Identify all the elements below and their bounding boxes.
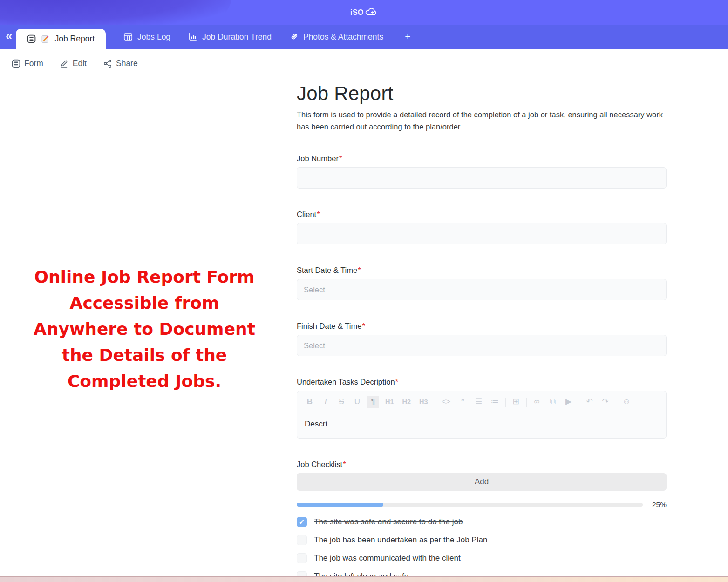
client-input[interactable]	[297, 223, 667, 244]
doc-pencil-icon	[41, 34, 50, 44]
annotation-line: the Details of the	[26, 342, 263, 368]
undo-button[interactable]: ↶	[584, 396, 596, 408]
checklist-progress: 25%	[297, 501, 667, 509]
checklist-item-label: The site left clean and safe	[314, 572, 408, 576]
client-label: Client*	[297, 210, 667, 219]
tab-label: Job Duration Trend	[202, 32, 272, 42]
share-button-label: Share	[116, 59, 138, 68]
italic-button[interactable]: I	[320, 396, 332, 408]
job-number-label: Job Number*	[297, 154, 667, 163]
checkbox-unchecked[interactable]	[297, 571, 307, 576]
video-button[interactable]: ▶	[563, 396, 575, 408]
checklist-item-label: The site was safe and secure to do the j…	[314, 517, 463, 527]
required-marker: *	[339, 154, 342, 162]
annotation-line: Accessible from	[26, 290, 263, 316]
table-button[interactable]: ⊞	[510, 396, 522, 408]
required-marker: *	[317, 210, 320, 218]
paragraph-button[interactable]: ¶	[367, 396, 379, 408]
form-button-label: Form	[24, 59, 43, 68]
checklist-item-label: The job was communicated with the client	[314, 554, 461, 563]
add-tab-button[interactable]: +	[405, 31, 410, 42]
form-view-icon	[27, 34, 36, 43]
tasks-description-editor[interactable]: Descri	[297, 413, 666, 438]
annotation-line: Completed Jobs.	[26, 368, 263, 394]
toolbar-divider	[435, 398, 435, 407]
checklist-item-label: The job has been undertaken as per the J…	[314, 535, 487, 545]
checklist-item: The job was communicated with the client	[297, 553, 667, 563]
required-marker: *	[362, 322, 365, 330]
strikethrough-button[interactable]: S	[335, 396, 347, 408]
heading3-button[interactable]: H3	[417, 397, 430, 407]
paperclip-icon	[289, 32, 299, 41]
logo-text: iSO	[350, 8, 364, 17]
required-marker: *	[358, 266, 361, 274]
checklist-item: The site left clean and safe	[297, 571, 667, 576]
finish-datetime-label: Finish Date & Time*	[297, 322, 667, 331]
toolbar-divider	[505, 398, 506, 407]
app-logo: iSO	[0, 0, 728, 25]
required-marker: *	[343, 460, 346, 468]
image-button[interactable]: ⧉	[547, 396, 559, 408]
job-checklist-label: Job Checklist*	[297, 460, 667, 469]
heading1-button[interactable]: H1	[383, 397, 396, 407]
tab-photos-attachments[interactable]: Photos & Attachments	[289, 32, 383, 42]
job-number-input[interactable]	[297, 167, 667, 189]
tab-label: Jobs Log	[137, 32, 170, 42]
tab-label: Job Report	[54, 34, 95, 44]
progress-percent-label: 25%	[650, 501, 667, 509]
checklist-item: The job has been undertaken as per the J…	[297, 535, 667, 545]
checkbox-unchecked[interactable]	[297, 553, 307, 563]
redo-button[interactable]: ↷	[599, 396, 612, 408]
start-datetime-select[interactable]: Select	[297, 279, 667, 300]
emoji-button[interactable]: ☺	[620, 396, 633, 408]
rich-text-editor: B I S U ¶ H1 H2 H3 <> ” ☰ ≔ ⊞ ∞	[297, 391, 667, 439]
code-button[interactable]: <>	[439, 396, 453, 408]
taskbar-edge	[0, 576, 728, 582]
annotation-text: Online Job Report Form Accessible from A…	[26, 264, 263, 394]
share-icon	[103, 59, 112, 68]
edit-pencil-icon	[60, 59, 69, 68]
tab-label: Photos & Attachments	[303, 32, 383, 42]
underline-button[interactable]: U	[351, 396, 363, 408]
add-checklist-item-button[interactable]: Add	[297, 473, 667, 491]
tab-job-report[interactable]: Job Report	[16, 29, 106, 49]
start-datetime-label: Start Date & Time*	[297, 266, 667, 275]
toolbar-divider	[579, 398, 579, 407]
form-title: Job Report	[297, 82, 667, 105]
cloud-plus-icon	[365, 7, 378, 18]
table-icon	[123, 32, 133, 41]
form-button[interactable]: Form	[12, 59, 43, 68]
tasks-description-label: Undertaken Tasks Decription*	[297, 378, 667, 386]
app-window: iSO «	[0, 0, 728, 582]
checkbox-unchecked[interactable]	[297, 535, 307, 545]
checkbox-checked[interactable]	[297, 517, 307, 527]
rich-text-toolbar: B I S U ¶ H1 H2 H3 <> ” ☰ ≔ ⊞ ∞	[297, 391, 666, 413]
edit-button[interactable]: Edit	[60, 59, 87, 68]
tab-job-duration-trend[interactable]: Job Duration Trend	[188, 32, 272, 42]
collapse-sidebar-button[interactable]: «	[6, 30, 12, 42]
checklist-item: The site was safe and secure to do the j…	[297, 517, 667, 527]
numbered-list-button[interactable]: ≔	[489, 396, 501, 408]
annotation-line: Online Job Report Form	[26, 264, 263, 290]
form-canvas: Online Job Report Form Accessible from A…	[0, 79, 728, 576]
edit-button-label: Edit	[73, 59, 87, 68]
job-report-form: Job Report This form is used to provide …	[297, 79, 667, 576]
tab-jobs-log[interactable]: Jobs Log	[123, 32, 170, 42]
progress-fill	[297, 503, 383, 507]
required-marker: *	[395, 378, 398, 386]
tab-bar: « Job Report	[0, 25, 728, 49]
bold-button[interactable]: B	[304, 396, 316, 408]
link-button[interactable]: ∞	[531, 396, 543, 408]
form-icon	[12, 59, 20, 68]
bullet-list-button[interactable]: ☰	[473, 396, 485, 408]
app-header: iSO	[0, 0, 728, 25]
finish-datetime-select[interactable]: Select	[297, 335, 667, 356]
heading2-button[interactable]: H2	[400, 397, 414, 407]
form-description: This form is used to provide a detailed …	[297, 108, 667, 133]
blockquote-button[interactable]: ”	[457, 396, 469, 408]
annotation-line: Anywhere to Document	[26, 316, 263, 342]
bar-chart-icon	[188, 32, 197, 41]
view-toolbar: Form Edit Share	[0, 49, 728, 78]
share-button[interactable]: Share	[103, 59, 138, 68]
toolbar-divider	[526, 398, 527, 407]
